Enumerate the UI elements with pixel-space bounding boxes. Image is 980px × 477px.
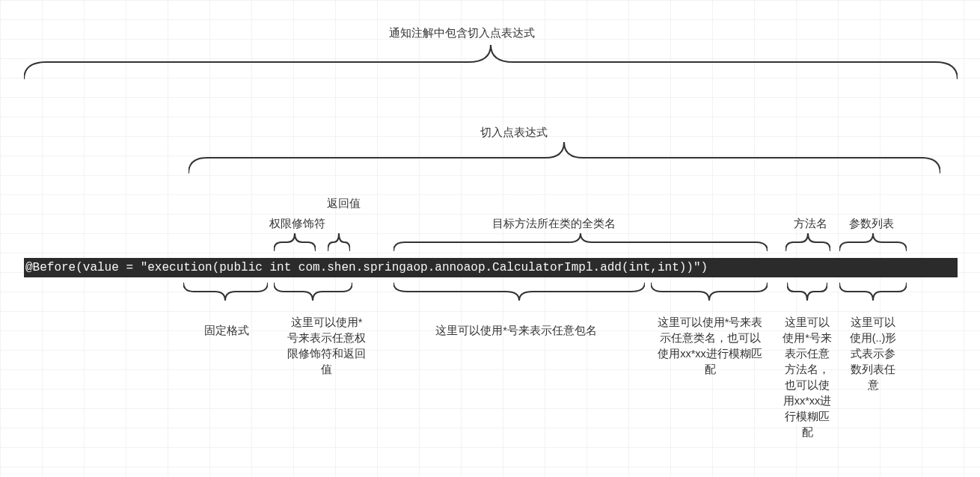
note-modret: 这里可以使用*号来表示任意权限修饰符和返回值 [287, 315, 366, 378]
brace-fqcn-above [393, 233, 768, 251]
code-bar: @Before(value = "execution(public int co… [24, 258, 958, 277]
brace-args-below [839, 283, 907, 301]
label-modifier: 权限修饰符 [269, 217, 325, 231]
label-method: 方法名 [794, 217, 827, 231]
brace-top-whole [24, 45, 958, 79]
note-fixed: 固定格式 [200, 323, 253, 339]
brace-meth-below [787, 283, 827, 301]
brace-pkg-below [393, 283, 645, 301]
brace-expr [189, 142, 940, 173]
brace-return-above [328, 233, 350, 251]
brace-modret-below [274, 283, 352, 301]
brace-cls-below [651, 283, 768, 301]
note-args: 这里可以使用(..)形式表示参数列表任意 [845, 315, 901, 393]
brace-modifier-above [274, 233, 316, 251]
label-fqcn: 目标方法所在类的全类名 [492, 217, 616, 231]
brace-fixed-below [183, 283, 268, 301]
label-return: 返回值 [327, 197, 361, 211]
title-expr: 切入点表达式 [480, 126, 548, 140]
label-params: 参数列表 [849, 217, 894, 231]
note-cls: 这里可以使用*号来表示任意类名，也可以使用xx*xx进行模糊匹配 [655, 315, 765, 378]
brace-method-above [785, 233, 830, 251]
note-pkg: 这里可以使用*号来表示任意包名 [419, 323, 613, 339]
brace-params-above [839, 233, 907, 251]
title-top: 通知注解中包含切入点表达式 [389, 26, 535, 40]
note-meth: 这里可以使用*号来表示任意方法名，也可以使用xx*xx进行模糊匹配 [780, 315, 834, 440]
